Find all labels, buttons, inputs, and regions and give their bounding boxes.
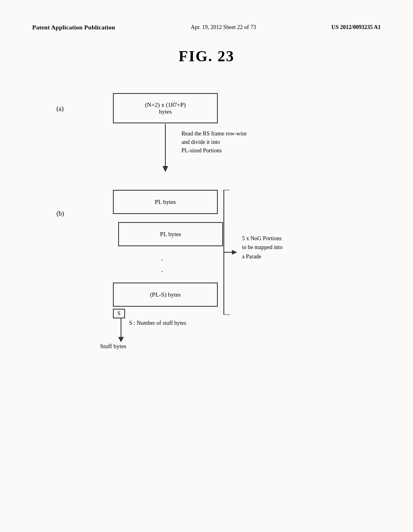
svg-marker-1 (163, 166, 168, 172)
box-pl2: PL bytes (118, 222, 223, 246)
header-center-text: Apr. 19, 2012 Sheet 22 of 73 (191, 24, 256, 31)
header-right-text: US 2012/0093235 A1 (332, 24, 381, 31)
s-description: S : Number of stuff bytes (129, 319, 186, 327)
right-brace (222, 190, 238, 315)
arrow-down-1 (157, 124, 173, 176)
figure-title: FIG. 23 (32, 47, 381, 65)
page: Patent Application Publication Apr. 19, … (0, 0, 413, 532)
svg-marker-8 (232, 250, 237, 255)
arrow-description: Read the RS frame row-wise and divide it… (181, 129, 247, 155)
diagram-area: (a) (N+2) x (187+P) bytes Read the RS fr… (32, 89, 381, 472)
box-s: S (113, 309, 125, 318)
nog-label: 5 x NoG Portions to be mapped into a Par… (242, 234, 283, 261)
part-b-label: (b) (56, 210, 64, 217)
page-header: Patent Application Publication Apr. 19, … (32, 24, 381, 31)
part-a-label: (a) (56, 105, 64, 112)
box-a: (N+2) x (187+P) bytes (113, 93, 218, 123)
box-a-text: (N+2) x (187+P) bytes (145, 102, 186, 115)
box-pls: (PL-S) bytes (113, 283, 218, 307)
arrow-s-down (118, 318, 124, 344)
header-left-text: Patent Application Publication (32, 24, 115, 31)
stuff-bytes-label: Stuff bytes (100, 343, 126, 350)
box-pl1: PL bytes (113, 190, 218, 214)
svg-marker-3 (118, 337, 124, 342)
